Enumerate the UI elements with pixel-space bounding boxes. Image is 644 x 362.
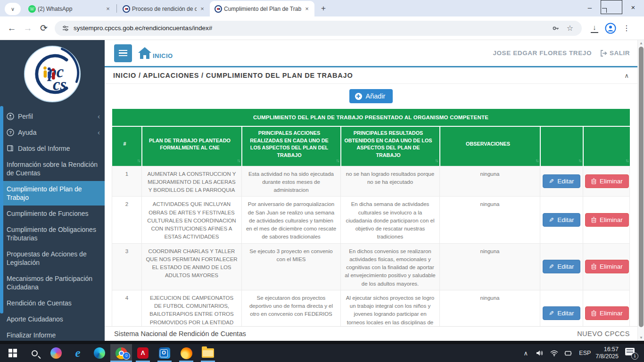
downloads-button[interactable]: ↓ bbox=[586, 25, 603, 32]
taskbar-search-button[interactable] bbox=[24, 344, 45, 362]
bookmark-star-icon[interactable]: ☆ bbox=[563, 24, 577, 33]
page-scrollbar[interactable]: ▲ ▼ bbox=[637, 40, 644, 341]
column-header-eliminar[interactable]: ↑↓ bbox=[583, 126, 630, 166]
window-bottom-edge bbox=[0, 341, 644, 344]
minimize-button[interactable]: – bbox=[579, 0, 601, 14]
edit-button[interactable]: ✎ Editar bbox=[543, 260, 580, 273]
taskbar-acrobat-button[interactable]: Λ bbox=[132, 344, 154, 362]
sort-icon[interactable]: ↑↓ bbox=[626, 157, 628, 165]
profile-button[interactable] bbox=[603, 23, 619, 34]
app-header: INICIO JOSE EDGAR FLORES TREJO SALIR bbox=[105, 40, 637, 67]
start-button[interactable] bbox=[2, 344, 24, 362]
sidebar-item-label: Aporte Ciudadanos bbox=[7, 315, 100, 323]
reload-button[interactable]: ⟳ bbox=[36, 20, 52, 36]
main-panel: INICIO JOSE EDGAR FLORES TREJO SALIR INI… bbox=[105, 40, 637, 341]
cell-observaciones: ninguna bbox=[440, 243, 540, 290]
sort-icon[interactable]: ↑↓ bbox=[137, 157, 140, 165]
close-button[interactable]: × bbox=[622, 0, 644, 14]
sidebar-scrollbar-thumb[interactable] bbox=[0, 106, 3, 313]
edit-button[interactable]: ✎ Editar bbox=[543, 213, 580, 227]
restore-button[interactable] bbox=[601, 0, 622, 14]
hamburger-menu-button[interactable] bbox=[114, 44, 132, 62]
delete-label: Eliminar bbox=[600, 263, 623, 270]
file-explorer-icon bbox=[202, 348, 214, 358]
sort-icon[interactable]: ↑↓ bbox=[578, 157, 581, 165]
volume-icon[interactable] bbox=[534, 350, 546, 356]
sidebar-item[interactable]: Propuestas de Acciones de Legislación bbox=[0, 246, 105, 271]
tab-cumplimiento-plan[interactable]: Cumplimiento del Plan de Traba × bbox=[210, 1, 314, 16]
taskbar-explorer-button[interactable] bbox=[197, 344, 219, 362]
trash-icon bbox=[591, 217, 596, 223]
sidebar-item[interactable]: Datos del Informe bbox=[0, 140, 105, 156]
taskbar-outlook-button[interactable] bbox=[154, 344, 175, 362]
sidebar-item[interactable]: Cumplimiento del Plan de Trabajo bbox=[0, 181, 105, 206]
sidebar-item[interactable]: Perfil ‹ bbox=[0, 108, 105, 124]
tab-whatsapp[interactable]: ☏ (2) WhatsApp × bbox=[24, 1, 116, 16]
sidebar-item[interactable]: Cumplimiento de Obligaciones Tributarias bbox=[0, 222, 105, 246]
column-header-resultados[interactable]: PRINCIPALES RESULTADOS OBTENIDOS EN CADA… bbox=[341, 126, 440, 166]
sidebar-item[interactable]: Rendición de Cuentas bbox=[0, 295, 105, 311]
collapse-chevron-icon[interactable]: ∧ bbox=[624, 72, 629, 79]
sidebar-item[interactable]: ? Ayuda ‹ bbox=[0, 124, 105, 140]
tab-close-icon[interactable]: × bbox=[198, 5, 206, 13]
sidebar: pc cs bbox=[0, 40, 105, 341]
column-header-acciones[interactable]: PRINCIPALES ACCIONES REALIZADAS EN CADA … bbox=[242, 126, 341, 166]
add-button[interactable]: Añadir bbox=[349, 89, 393, 103]
cpccs-favicon-icon bbox=[123, 5, 130, 13]
sort-icon[interactable]: ↑↓ bbox=[435, 157, 438, 165]
book-icon bbox=[7, 145, 16, 152]
taskbar-firefox-button[interactable] bbox=[175, 344, 197, 362]
delete-button[interactable]: Eliminar bbox=[585, 260, 629, 273]
user-name: JOSE EDGAR FLORES TREJO bbox=[493, 49, 592, 57]
edit-button[interactable]: ✎ Editar bbox=[543, 174, 580, 188]
logout-label: SALIR bbox=[610, 49, 630, 57]
sort-icon[interactable]: ↑↓ bbox=[237, 157, 240, 165]
tab-proceso-rendicion[interactable]: Proceso de rendición de cuenta × bbox=[118, 1, 210, 16]
new-tab-button[interactable]: + bbox=[317, 2, 330, 15]
notification-center-button[interactable]: 1 bbox=[625, 348, 637, 358]
column-header-editar[interactable]: ↑↓ bbox=[540, 126, 583, 166]
delete-button[interactable]: Eliminar bbox=[585, 213, 629, 227]
wifi-icon[interactable] bbox=[548, 350, 560, 356]
sort-icon[interactable]: ↑↓ bbox=[336, 157, 339, 165]
address-bar[interactable]: systempro.cpccs.gob.ec/rendicioncuentas/… bbox=[55, 21, 582, 36]
scrollbar-thumb[interactable] bbox=[639, 47, 644, 327]
logout-button[interactable]: SALIR bbox=[600, 49, 630, 57]
taskbar-copilot-button[interactable] bbox=[45, 344, 67, 362]
sort-icon[interactable]: ↑↓ bbox=[536, 157, 538, 165]
delete-button[interactable]: Eliminar bbox=[585, 306, 629, 320]
taskbar-clock[interactable]: 16:57 7/8/2025 bbox=[595, 346, 619, 360]
column-header-num[interactable]: #↑↓ bbox=[112, 126, 142, 166]
cell-acciones: Se ejecutaron dos proyectos deportivo un… bbox=[242, 290, 341, 326]
taskbar-edge-button[interactable] bbox=[89, 344, 110, 362]
password-key-icon[interactable] bbox=[549, 25, 563, 32]
sidebar-item[interactable]: Cumplimiento de Funciones bbox=[0, 206, 105, 222]
column-header-plan[interactable]: PLAN DE TRABAJO PLANTEADO FORMALMENTE AL… bbox=[142, 126, 242, 166]
column-header-observaciones[interactable]: OBSERVACIONES↑↓ bbox=[440, 126, 540, 166]
tab-close-icon[interactable]: × bbox=[104, 5, 112, 13]
browser-toolbar: ← → ⟳ systempro.cpccs.gob.ec/rendicioncu… bbox=[0, 16, 644, 40]
tab-close-icon[interactable]: × bbox=[303, 5, 311, 13]
site-settings-icon[interactable] bbox=[62, 25, 69, 32]
tab-search-button[interactable]: ∨ bbox=[5, 3, 21, 15]
display-connect-icon[interactable] bbox=[562, 350, 574, 356]
delete-button[interactable]: Eliminar bbox=[585, 174, 629, 188]
sidebar-item[interactable]: Información sobre la Rendición de Cuenta… bbox=[0, 156, 105, 181]
tray-expand-chevron-icon[interactable]: ∧ bbox=[520, 350, 532, 357]
sidebar-item[interactable]: Aporte Ciudadanos bbox=[0, 311, 105, 327]
scroll-up-arrow[interactable]: ▲ bbox=[638, 40, 644, 46]
home-link[interactable]: INICIO bbox=[138, 47, 173, 59]
edit-button[interactable]: ✎ Editar bbox=[543, 306, 580, 320]
language-indicator[interactable]: ESP bbox=[579, 350, 591, 356]
breadcrumb-bar: INICIO / APLICACIONES / CUMPLIMIENTO DEL… bbox=[105, 67, 637, 84]
taskbar-chrome-button[interactable]: ☺ bbox=[110, 344, 132, 362]
scroll-down-arrow[interactable]: ▼ bbox=[638, 335, 644, 341]
footer-brand: NUEVO CPCCS bbox=[577, 330, 630, 337]
sidebar-item-label: Cumplimiento del Plan de Trabajo bbox=[7, 185, 100, 202]
menu-button[interactable]: ⋮ bbox=[619, 24, 635, 33]
url-text[interactable]: systempro.cpccs.gob.ec/rendicioncuentas/… bbox=[74, 25, 549, 32]
taskbar-ie-button[interactable]: e bbox=[67, 344, 89, 362]
sidebar-item[interactable]: Mecanismos de Participación Ciudadana bbox=[0, 271, 105, 295]
forward-button[interactable]: → bbox=[20, 20, 36, 36]
back-button[interactable]: ← bbox=[4, 20, 20, 36]
